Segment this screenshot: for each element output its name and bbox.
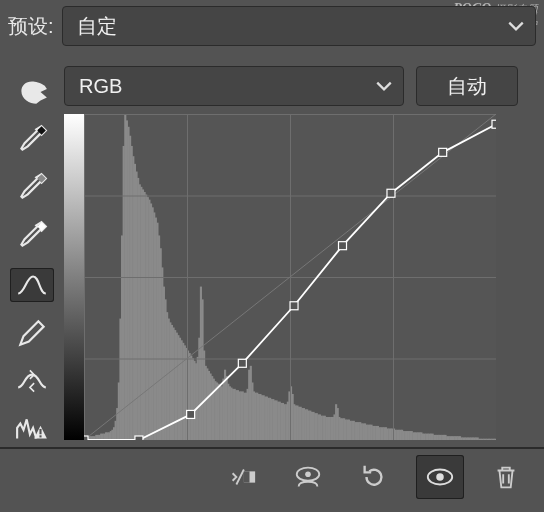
curves-graph[interactable] <box>64 114 496 440</box>
preset-label: 预设: <box>8 13 54 40</box>
preset-value: 自定 <box>77 13 117 40</box>
auto-button[interactable]: 自动 <box>416 66 518 106</box>
eyedropper-white-icon[interactable] <box>10 219 54 253</box>
svg-rect-0 <box>39 429 41 434</box>
channel-value: RGB <box>79 75 122 98</box>
svg-rect-1 <box>39 435 41 437</box>
pencil-tool-icon[interactable] <box>10 316 54 350</box>
reset-icon[interactable] <box>350 455 398 499</box>
footer-toolbar <box>0 447 544 505</box>
eye-icon[interactable] <box>416 455 464 499</box>
output-gradient <box>64 114 84 440</box>
svg-point-5 <box>305 471 311 477</box>
channel-select[interactable]: RGB <box>64 66 404 106</box>
chevron-down-icon <box>375 77 393 95</box>
curve-tool-icon[interactable] <box>10 268 54 302</box>
svg-point-7 <box>436 473 444 481</box>
histogram-warning-icon[interactable] <box>10 413 54 447</box>
curve[interactable] <box>84 114 496 440</box>
eyedropper-gray-icon[interactable] <box>10 171 54 205</box>
tool-sidebar <box>0 52 64 447</box>
smooth-tool-icon[interactable] <box>10 364 54 398</box>
trash-icon[interactable] <box>482 455 530 499</box>
clip-preview-icon[interactable] <box>218 455 266 499</box>
visibility-layer-icon[interactable] <box>284 455 332 499</box>
hand-tool-icon[interactable] <box>10 74 54 108</box>
chevron-down-icon <box>507 17 525 35</box>
preset-select[interactable]: 自定 <box>62 6 536 46</box>
eyedropper-black-icon[interactable] <box>10 122 54 156</box>
svg-rect-3 <box>244 471 250 482</box>
